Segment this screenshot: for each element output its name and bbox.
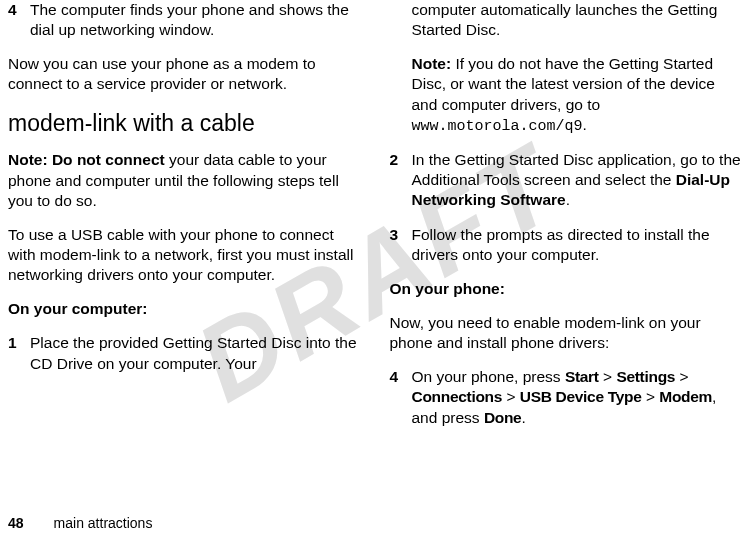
separator: > [675, 368, 688, 385]
url-text: www.motorola.com/q9 [412, 118, 583, 135]
section-title: main attractions [54, 515, 153, 531]
menu-item: Settings [616, 368, 675, 385]
step-number: 4 [390, 367, 412, 427]
step-4b: 4 On your phone, press Start > Settings … [390, 367, 744, 427]
separator: > [642, 388, 660, 405]
step-continuation: computer automatically launches the Gett… [390, 0, 744, 40]
subheading: On your phone: [390, 279, 744, 299]
menu-item: USB Device Type [520, 388, 642, 405]
step-text: Place the provided Getting Started Disc … [30, 333, 362, 373]
step-text: Follow the prompts as directed to instal… [412, 225, 744, 265]
step-number: 2 [390, 150, 412, 210]
step-text: In the Getting Started Disc application,… [412, 150, 744, 210]
step-3: 3 Follow the prompts as directed to inst… [390, 225, 744, 265]
note-rest: If you do not have the Getting Started D… [412, 55, 715, 112]
step-number: 1 [8, 333, 30, 373]
menu-item: Done [484, 409, 522, 426]
paragraph: Now you can use your phone as a modem to… [8, 54, 362, 94]
separator: > [502, 388, 520, 405]
period: . [521, 409, 525, 426]
step-text: On your phone, press Start > Settings > … [412, 367, 744, 427]
section-heading: modem-link with a cable [8, 109, 362, 139]
menu-item: Modem [659, 388, 712, 405]
menu-item: Start [565, 368, 599, 385]
note-prefix: Note: Do not connect [8, 151, 165, 168]
step-4: 4 The computer finds your phone and show… [8, 0, 362, 40]
left-column: 4 The computer finds your phone and show… [8, 0, 362, 442]
note-paragraph: Note: Do not connect your data cable to … [8, 150, 362, 210]
right-column: computer automatically launches the Gett… [390, 0, 744, 442]
page-number: 48 [8, 515, 24, 531]
page-footer: 48main attractions [8, 514, 152, 532]
separator: > [599, 368, 617, 385]
period: . [566, 191, 570, 208]
note-paragraph: Note: If you do not have the Getting Sta… [390, 54, 744, 136]
period: . [583, 116, 587, 133]
step-text: The computer finds your phone and shows … [30, 0, 362, 40]
page-content: 4 The computer finds your phone and show… [0, 0, 753, 442]
text-part: On your phone, press [412, 368, 565, 385]
note-prefix: Note: [412, 55, 452, 72]
paragraph: To use a USB cable with your phone to co… [8, 225, 362, 285]
menu-item: Connections [412, 388, 503, 405]
subheading: On your computer: [8, 299, 362, 319]
step-number: 4 [8, 0, 30, 40]
step-number: 3 [390, 225, 412, 265]
step-2: 2 In the Getting Started Disc applicatio… [390, 150, 744, 210]
paragraph: Now, you need to enable modem-link on yo… [390, 313, 744, 353]
step-1: 1 Place the provided Getting Started Dis… [8, 333, 362, 373]
